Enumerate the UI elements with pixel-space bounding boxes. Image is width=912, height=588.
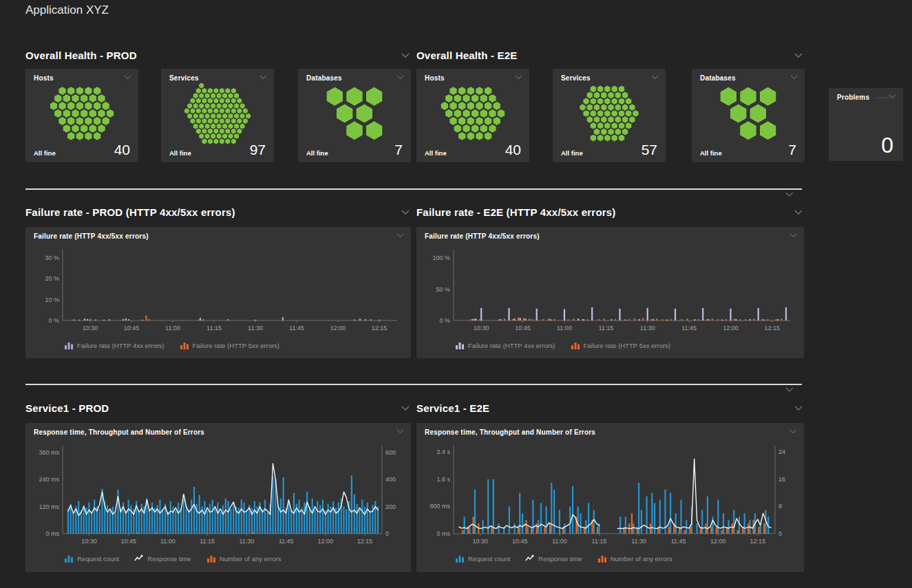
status-text: All fine <box>169 149 191 157</box>
legend-item[interactable]: Request count <box>455 554 510 563</box>
chevron-down-icon[interactable] <box>401 210 410 215</box>
service-metrics-chart[interactable]: 0 ms120 ms240 ms360 ms020040060010:3010:… <box>30 441 407 549</box>
entity-count: 7 <box>788 142 796 157</box>
tile-services-e2e[interactable]: Services All fine 57 <box>553 69 666 162</box>
svg-text:11:30: 11:30 <box>239 538 254 545</box>
chevron-down-icon[interactable] <box>651 75 659 80</box>
svg-text:10:30: 10:30 <box>472 538 488 545</box>
legend-item[interactable]: Number of any errors <box>597 554 672 563</box>
tile-failure-rate-e2e[interactable]: Failure rate (HTTP 4xx/5xx errors) 0 %50… <box>416 227 804 358</box>
svg-text:10:30: 10:30 <box>83 325 98 331</box>
legend-item[interactable]: Response time <box>525 554 582 563</box>
svg-text:0 %: 0 % <box>439 317 450 324</box>
tile-title: Databases <box>306 74 342 82</box>
line-series-icon <box>525 554 535 563</box>
chevron-down-icon[interactable] <box>124 75 131 80</box>
section-title: Failure rate - E2E (HTTP 4xx/5xx errors) <box>416 206 616 218</box>
svg-text:11:15: 11:15 <box>598 325 613 331</box>
chart-legend: Failure rate (HTTP 4xx errors) Failure r… <box>455 341 670 349</box>
tile-title: Problems <box>837 94 869 101</box>
chevron-down-icon[interactable] <box>785 387 794 393</box>
svg-text:2.4 s: 2.4 s <box>436 448 450 455</box>
status-text: All fine <box>561 149 583 157</box>
legend-item[interactable]: Failure rate (HTTP 5xx errors) <box>571 341 671 349</box>
svg-text:30 %: 30 % <box>45 254 59 261</box>
tile-hosts-e2e[interactable]: Hosts All fine 40 <box>416 69 529 162</box>
svg-text:12:15: 12:15 <box>372 325 388 331</box>
svg-text:11:30: 11:30 <box>248 325 263 331</box>
bar-series-icon <box>64 554 74 563</box>
section-header-failure-prod: Failure rate - PROD (HTTP 4xx/5xx errors… <box>25 206 411 220</box>
legend-item[interactable]: Request count <box>64 554 119 563</box>
chart-legend: Request count Response time Number of an… <box>455 554 672 563</box>
database-honeycomb[interactable] <box>692 83 805 144</box>
svg-text:200: 200 <box>385 503 396 510</box>
service-honeycomb[interactable] <box>161 83 274 144</box>
legend-item[interactable]: Failure rate (HTTP 5xx errors) <box>180 341 280 349</box>
chevron-down-icon[interactable] <box>785 192 794 197</box>
failure-rate-chart[interactable]: 0 %10 %20 %30 %10:3010:4511:0011:1511:30… <box>30 245 407 336</box>
chevron-down-icon[interactable] <box>790 75 798 80</box>
svg-text:11:15: 11:15 <box>592 538 607 545</box>
tile-problems[interactable]: Problems 0 <box>829 88 903 161</box>
chevron-down-icon[interactable] <box>789 429 797 434</box>
svg-text:10 %: 10 % <box>45 296 59 303</box>
chevron-down-icon[interactable] <box>889 94 896 99</box>
svg-text:11:30: 11:30 <box>640 325 655 331</box>
tile-services-prod[interactable]: Services All fine 97 <box>161 69 274 162</box>
svg-text:10:45: 10:45 <box>120 538 136 545</box>
host-honeycomb[interactable] <box>416 83 529 144</box>
tile-failure-rate-prod[interactable]: Failure rate (HTTP 4xx/5xx errors) 0 %10… <box>25 227 411 358</box>
failure-rate-chart[interactable]: 0 %50 %100 %10:3010:4511:0011:1511:3011:… <box>421 245 800 336</box>
chart-legend: Failure rate (HTTP 4xx errors) Failure r… <box>64 341 279 349</box>
host-honeycomb[interactable] <box>25 83 138 144</box>
tile-databases-e2e[interactable]: Databases All fine 7 <box>692 69 805 162</box>
tile-title: Hosts <box>34 74 54 82</box>
svg-text:0 ms: 0 ms <box>45 530 59 537</box>
svg-text:1.6 s: 1.6 s <box>436 476 450 483</box>
legend-item[interactable]: Failure rate (HTTP 4xx errors) <box>455 341 555 349</box>
line-series-icon <box>134 554 144 563</box>
svg-text:360 ms: 360 ms <box>39 449 59 456</box>
section-divider <box>25 384 802 385</box>
svg-text:0: 0 <box>778 530 782 537</box>
database-honeycomb[interactable] <box>298 83 411 144</box>
chevron-down-icon[interactable] <box>515 75 522 80</box>
tile-hosts-prod[interactable]: Hosts All fine 40 <box>25 69 138 162</box>
svg-text:10:45: 10:45 <box>512 538 528 545</box>
legend-item[interactable]: Response time <box>134 554 191 563</box>
problems-filter-dash <box>874 98 889 98</box>
chart-legend: Request count Response time Number of an… <box>64 554 281 563</box>
tile-service1-prod[interactable]: Response time, Throughput and Number of … <box>25 423 411 572</box>
legend-item[interactable]: Number of any errors <box>206 554 282 563</box>
section-header-service1-prod: Service1 - PROD <box>25 402 411 416</box>
section-divider <box>25 188 802 190</box>
svg-text:0 %: 0 % <box>48 317 59 324</box>
chart-title: Response time, Throughput and Number of … <box>34 428 204 436</box>
service-metrics-chart[interactable]: 0 ms800 ms1.6 s2.4 s08162410:3010:4511:0… <box>421 441 800 549</box>
chevron-down-icon[interactable] <box>401 53 410 58</box>
tile-service1-e2e[interactable]: Response time, Throughput and Number of … <box>416 423 804 572</box>
status-text: All fine <box>700 149 722 157</box>
svg-text:11:15: 11:15 <box>206 325 222 331</box>
chevron-down-icon[interactable] <box>396 75 404 80</box>
svg-text:11:45: 11:45 <box>279 538 294 545</box>
chevron-down-icon[interactable] <box>794 210 803 215</box>
tile-databases-prod[interactable]: Databases All fine 7 <box>298 69 411 162</box>
svg-text:400: 400 <box>385 476 396 483</box>
svg-text:12:00: 12:00 <box>318 538 334 545</box>
svg-text:10:30: 10:30 <box>474 325 489 331</box>
bar-series-icon <box>206 554 216 563</box>
chevron-down-icon[interactable] <box>794 406 803 411</box>
bar-series-icon <box>64 341 74 349</box>
entity-count: 40 <box>505 142 521 157</box>
chevron-down-icon[interactable] <box>396 429 404 434</box>
service-honeycomb[interactable] <box>553 83 666 144</box>
chevron-down-icon[interactable] <box>794 53 803 58</box>
chevron-down-icon[interactable] <box>259 75 267 80</box>
legend-item[interactable]: Failure rate (HTTP 4xx errors) <box>64 341 165 349</box>
chevron-down-icon[interactable] <box>401 406 410 411</box>
entity-count: 7 <box>394 142 403 157</box>
chevron-down-icon[interactable] <box>789 233 797 238</box>
chevron-down-icon[interactable] <box>396 233 404 238</box>
